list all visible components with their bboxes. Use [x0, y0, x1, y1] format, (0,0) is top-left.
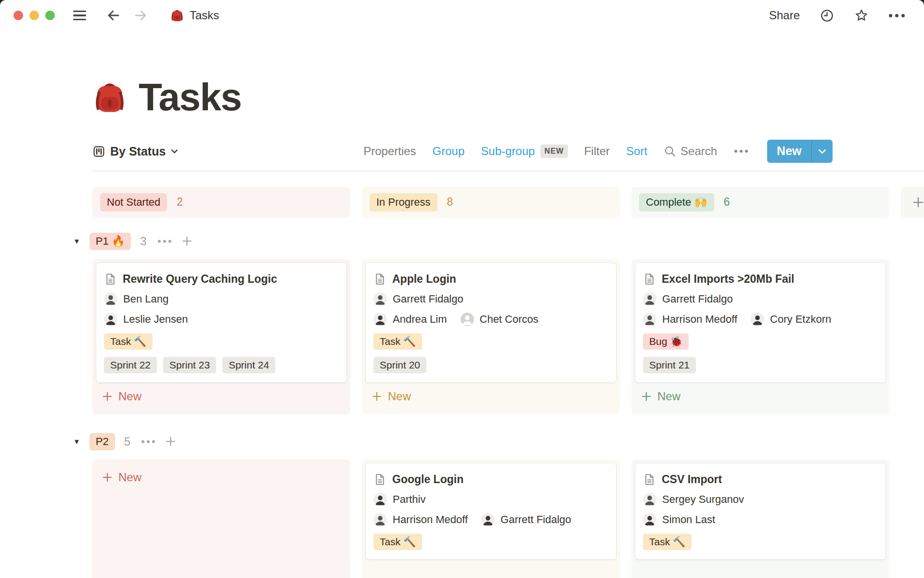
new-card-button[interactable]: New: [366, 382, 616, 410]
view-switcher[interactable]: By Status: [92, 144, 179, 158]
properties-button[interactable]: Properties: [363, 144, 416, 158]
subgroup-button[interactable]: Sub-group: [481, 144, 535, 158]
person-name: Ben Lang: [123, 293, 168, 305]
back-button[interactable]: [106, 8, 121, 23]
column-count: 6: [724, 196, 730, 209]
person-name: Andrea Lim: [393, 313, 447, 326]
group-pill[interactable]: P1 🔥: [90, 233, 131, 250]
board-cell: Apple Login Garrett Fidalgo Andrea Lim C…: [362, 259, 620, 414]
group-add-button[interactable]: [164, 435, 177, 448]
group-more-button[interactable]: [141, 440, 155, 443]
page-title[interactable]: Tasks: [139, 75, 241, 119]
tag: Sprint 22: [104, 357, 157, 373]
group-button[interactable]: Group: [433, 144, 465, 158]
plus-icon: [371, 390, 383, 403]
breadcrumb[interactable]: Tasks: [170, 8, 219, 23]
task-card[interactable]: CSV Import Sergey Surganov Simon Last Ta…: [635, 463, 886, 559]
column-header-complete: Complete 🙌 6: [631, 187, 889, 218]
maximize-window-button[interactable]: [45, 11, 55, 20]
new-card-button[interactable]: New: [96, 463, 346, 491]
page-icon: [373, 473, 386, 486]
task-card[interactable]: Rewrite Query Caching Logic Ben Lang Les…: [96, 263, 346, 382]
board-view-icon: [92, 145, 105, 158]
page-icon: [373, 273, 386, 286]
disclosure-triangle-icon[interactable]: ▼: [73, 237, 80, 245]
card-title: Excel Imports >20Mb Fail: [662, 273, 794, 286]
column-count: 8: [447, 196, 453, 209]
card-title: Apple Login: [392, 273, 456, 286]
status-pill[interactable]: In Progress: [370, 193, 437, 211]
new-card-label: New: [118, 471, 141, 484]
task-card[interactable]: Excel Imports >20Mb Fail Garrett Fidalgo…: [635, 263, 886, 382]
new-button-label[interactable]: New: [767, 140, 811, 163]
view-toolbar: By Status Properties Group Sub-group NEW…: [92, 139, 833, 164]
star-icon: [854, 8, 869, 23]
more-button[interactable]: [889, 14, 905, 17]
traffic-lights: [13, 11, 55, 20]
user-icon: [373, 292, 387, 306]
ellipsis-icon: [889, 14, 892, 17]
new-card-label: New: [118, 390, 141, 403]
person-name: Cory Etzkorn: [770, 313, 831, 326]
column-header-in-progress: In Progress 8: [362, 187, 620, 218]
history-button[interactable]: [820, 9, 834, 23]
avatar: [373, 313, 387, 326]
group-add-button[interactable]: [180, 235, 193, 248]
board-cell: CSV Import Sergey Surganov Simon Last Ta…: [631, 460, 889, 578]
new-dropdown-button[interactable]: [812, 140, 833, 163]
page-icon: [643, 473, 656, 486]
group-pill[interactable]: P2: [90, 433, 115, 450]
page-emoji-button[interactable]: [92, 80, 127, 115]
doc-title: Tasks: [190, 9, 219, 22]
plus-icon: [101, 390, 114, 403]
person-row: Ben Lang: [104, 292, 339, 306]
status-pill[interactable]: Not Started: [100, 193, 167, 211]
task-card[interactable]: Apple Login Garrett Fidalgo Andrea Lim C…: [366, 263, 616, 382]
chevron-down-icon: [170, 147, 179, 156]
view-options-button[interactable]: [734, 150, 748, 153]
user-icon: [643, 513, 656, 526]
tag: Sprint 21: [643, 357, 696, 373]
hamburger-menu-icon[interactable]: [73, 11, 86, 21]
minimize-window-button[interactable]: [29, 11, 39, 20]
user-icon: [373, 493, 387, 506]
person-name: Garrett Fidalgo: [500, 513, 571, 526]
person-row: Simon Last: [643, 513, 878, 526]
tag: Task 🔨: [104, 333, 153, 350]
user-icon: [751, 313, 764, 326]
app-window: Tasks Share Tasks By Status Properties: [0, 0, 924, 578]
close-window-button[interactable]: [13, 11, 23, 20]
ellipsis-icon: [734, 150, 737, 153]
person-name: Sergey Surganov: [662, 493, 744, 506]
favorite-button[interactable]: [854, 8, 869, 23]
add-column-button[interactable]: [901, 187, 924, 218]
group-row-p1: ▼ P1 🔥 3: [73, 230, 924, 252]
chevron-down-icon: [818, 147, 827, 156]
avatar: [104, 292, 117, 306]
new-card-button[interactable]: New: [635, 382, 886, 410]
filter-button[interactable]: Filter: [584, 144, 610, 158]
share-button[interactable]: Share: [769, 9, 800, 22]
plus-icon: [911, 195, 924, 210]
new-card-button[interactable]: New: [96, 382, 346, 410]
status-pill[interactable]: Complete 🙌: [639, 193, 714, 211]
group-more-button[interactable]: [158, 240, 171, 243]
page-icon: [643, 273, 656, 286]
search-button[interactable]: Search: [664, 144, 717, 158]
user-icon: [104, 313, 117, 326]
new-button[interactable]: New: [767, 140, 833, 163]
task-card[interactable]: Google Login Parthiv Harrison Medoff Gar…: [366, 463, 616, 559]
person-row: Leslie Jensen: [104, 313, 339, 326]
toolbar-divider: [92, 171, 924, 171]
user-icon: [643, 313, 656, 326]
search-label: Search: [680, 144, 717, 158]
board-cell: New: [92, 460, 350, 578]
arrow-left-icon: [106, 8, 121, 23]
disclosure-triangle-icon[interactable]: ▼: [73, 437, 80, 446]
board-cell: Google Login Parthiv Harrison Medoff Gar…: [362, 460, 620, 578]
sort-button[interactable]: Sort: [626, 144, 647, 158]
backpack-icon: [92, 80, 127, 115]
person-row: Garrett Fidalgo: [643, 292, 878, 306]
tag: Task 🔨: [643, 534, 692, 550]
forward-button[interactable]: [133, 8, 148, 23]
